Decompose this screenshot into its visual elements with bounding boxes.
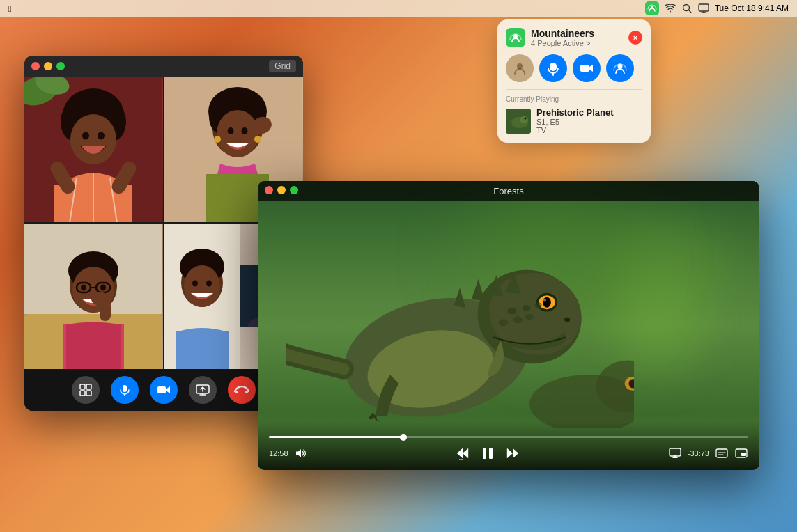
svg-point-54 — [184, 265, 220, 307]
show-thumbnail — [506, 109, 531, 134]
shareplay-action-button[interactable] — [606, 54, 634, 82]
svg-point-95 — [525, 314, 534, 320]
camera-button[interactable] — [150, 376, 178, 404]
shareplay-app-icon — [506, 28, 525, 47]
currently-playing-label: Currently Playing — [506, 95, 642, 103]
facetime-participant-1 — [24, 77, 163, 222]
progress-fill — [269, 436, 403, 438]
svg-point-71 — [235, 391, 238, 393]
currently-playing-content: Prehistoric Planet S1, E5 TV — [506, 107, 642, 134]
volume-icon[interactable] — [294, 446, 308, 460]
svg-point-28 — [217, 110, 258, 157]
svg-point-89 — [543, 297, 551, 308]
svg-point-32 — [254, 136, 261, 143]
mute-button[interactable] — [111, 376, 139, 404]
video-close-button[interactable] — [265, 186, 273, 194]
svg-point-30 — [242, 127, 248, 134]
svg-rect-106 — [716, 449, 727, 457]
video-controls-left: 12:58 — [269, 446, 308, 460]
svg-point-74 — [517, 63, 523, 69]
svg-rect-75 — [550, 63, 557, 71]
svg-rect-63 — [80, 391, 85, 396]
shareplay-notification: Mountaineers 4 People Active > × — [497, 19, 651, 143]
audio-call-button[interactable] — [539, 54, 567, 82]
video-controls-center: 10 — [456, 444, 520, 463]
iguana-graphic — [286, 205, 634, 428]
progress-bar-container[interactable] — [269, 436, 748, 438]
svg-point-13 — [70, 114, 116, 164]
video-minimize-button[interactable] — [277, 186, 286, 194]
svg-point-15 — [98, 132, 105, 140]
airplay-button[interactable] — [668, 446, 682, 460]
svg-point-82 — [525, 117, 527, 119]
share-screen-button[interactable] — [189, 376, 217, 404]
facetime-window-controls — [31, 62, 65, 70]
grid-label[interactable]: Grid — [269, 60, 296, 72]
notification-active-count[interactable]: 4 People Active > — [531, 39, 623, 47]
subtitles-button[interactable] — [715, 446, 729, 460]
desktop:  — [0, 0, 797, 532]
svg-point-49 — [91, 292, 108, 306]
play-pause-button[interactable] — [478, 444, 497, 463]
pip-button[interactable] — [734, 446, 748, 460]
video-controls-row: 12:58 10 — [269, 444, 748, 463]
video-call-button[interactable] — [573, 54, 601, 82]
progress-handle[interactable] — [400, 434, 407, 441]
svg-rect-3 — [699, 4, 709, 11]
svg-point-29 — [228, 127, 234, 134]
svg-rect-110 — [741, 453, 746, 456]
notification-header: Mountaineers 4 People Active > × — [506, 28, 642, 47]
video-window-controls — [265, 186, 298, 194]
svg-rect-65 — [123, 385, 127, 392]
svg-point-72 — [245, 391, 248, 393]
facetime-participant-3 — [24, 224, 163, 369]
participant-4-video — [164, 224, 240, 369]
forward-button[interactable] — [506, 446, 520, 460]
participant-1-video — [24, 77, 162, 222]
screen-icon[interactable] — [698, 3, 709, 14]
participant-3-video — [24, 224, 162, 369]
current-time: 12:58 — [269, 449, 288, 457]
svg-rect-67 — [157, 386, 166, 393]
video-titlebar: Forests — [258, 181, 759, 201]
show-title: Prehistoric Planet — [536, 107, 614, 118]
svg-rect-103 — [483, 448, 486, 459]
search-icon[interactable] — [681, 3, 692, 14]
svg-rect-62 — [86, 384, 91, 389]
rewind-button[interactable]: 10 — [456, 446, 470, 460]
grid-view-button[interactable] — [72, 376, 100, 404]
svg-point-81 — [520, 116, 528, 123]
svg-rect-77 — [580, 65, 589, 72]
svg-point-90 — [543, 299, 546, 301]
svg-point-55 — [192, 281, 198, 287]
shareplay-menubar-icon[interactable] — [645, 1, 659, 15]
remaining-time: -33:73 — [688, 449, 709, 457]
notification-close-button[interactable]: × — [628, 31, 642, 45]
apple-menu[interactable]:  — [8, 3, 12, 14]
svg-point-56 — [206, 281, 212, 287]
menubar:  — [0, 0, 797, 17]
video-maximize-button[interactable] — [290, 186, 298, 194]
show-type: TV — [536, 126, 614, 134]
svg-point-92 — [523, 305, 531, 311]
svg-point-93 — [535, 302, 542, 308]
svg-point-44 — [81, 285, 86, 291]
svg-rect-104 — [489, 448, 493, 459]
end-call-button[interactable] — [228, 376, 256, 404]
progress-track[interactable] — [269, 436, 748, 438]
svg-rect-64 — [86, 391, 91, 396]
video-window-title: Forests — [493, 186, 523, 196]
maximize-button[interactable] — [56, 62, 65, 70]
svg-rect-61 — [80, 384, 85, 389]
svg-rect-57 — [176, 331, 229, 369]
show-info: Prehistoric Planet S1, E5 TV — [536, 107, 614, 134]
svg-line-2 — [688, 10, 691, 13]
svg-point-45 — [100, 285, 106, 291]
notification-action-buttons — [506, 54, 642, 82]
currently-playing-section: Currently Playing Prehistoric Planet S1,… — [506, 89, 642, 134]
avatar-button[interactable] — [506, 54, 534, 82]
wifi-icon[interactable] — [665, 3, 676, 14]
close-button[interactable] — [31, 62, 40, 70]
minimize-button[interactable] — [44, 62, 52, 70]
notification-title-area: Mountaineers 4 People Active > — [531, 28, 623, 47]
